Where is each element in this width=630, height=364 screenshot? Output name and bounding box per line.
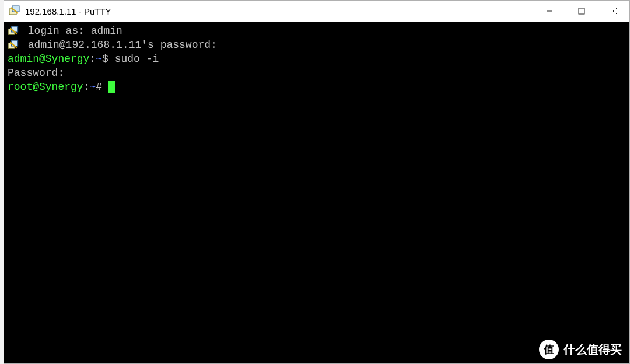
terminal-text: : [83, 81, 90, 93]
terminal-text: : [89, 53, 96, 65]
terminal-cursor [108, 81, 115, 93]
minimize-button[interactable] [533, 1, 565, 22]
putty-app-icon [9, 5, 20, 17]
titlebar[interactable]: 192.168.1.11 - PuTTY [4, 1, 629, 22]
terminal-text: root@Synergy [8, 81, 83, 93]
putty-window: 192.168.1.11 - PuTTY login as: admin adm… [4, 0, 630, 364]
terminal-text: Password: [8, 67, 64, 79]
svg-rect-4 [579, 8, 584, 14]
terminal-line: root@Synergy:~# [8, 80, 626, 94]
terminal-text: login as: admin [22, 25, 123, 37]
terminal-text: $ sudo -i [102, 53, 159, 65]
terminal-text: ~ [96, 53, 102, 65]
terminal-line: login as: admin [8, 24, 626, 38]
maximize-button[interactable] [565, 1, 597, 22]
terminal-text: admin@192.168.1.11's password: [22, 39, 217, 51]
window-title: 192.168.1.11 - PuTTY [25, 6, 533, 16]
terminal-line: admin@192.168.1.11's password: [8, 38, 626, 52]
putty-line-icon [8, 40, 20, 50]
terminal-line: admin@Synergy:~$ sudo -i [8, 52, 626, 66]
terminal-text: ~ [89, 81, 96, 93]
close-button[interactable] [597, 1, 629, 22]
window-controls [533, 1, 629, 22]
terminal-text: # [96, 81, 108, 93]
putty-line-icon [8, 26, 20, 36]
terminal-line: Password: [8, 66, 626, 80]
terminal-text: admin@Synergy [8, 53, 89, 65]
terminal-area[interactable]: login as: admin admin@192.168.1.11's pas… [4, 22, 629, 363]
